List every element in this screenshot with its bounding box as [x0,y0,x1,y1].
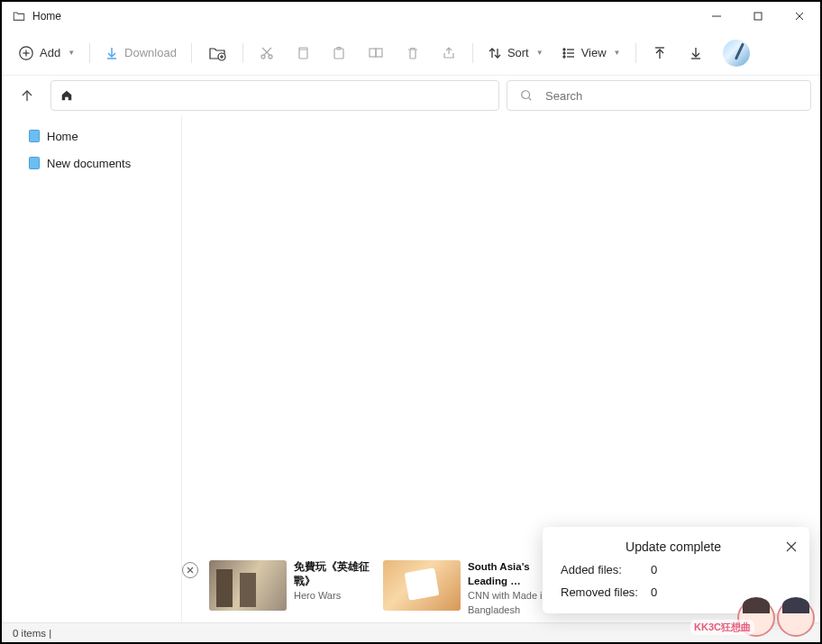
add-button[interactable]: Add ▼ [11,38,82,68]
ad-text: South Asia's Leading … CNN with Made in … [468,560,550,617]
path-box[interactable] [50,80,499,111]
svg-point-25 [563,52,565,54]
svg-rect-37 [30,158,40,169]
separator [635,43,636,63]
copy-button[interactable] [287,38,319,68]
delete-button[interactable] [397,38,429,68]
toast-removed-value: 0 [651,585,657,599]
svg-point-12 [261,55,265,59]
separator [191,43,192,63]
ad-subtitle2: Bangladesh [468,603,550,617]
sidebar: Home New documents [2,115,182,622]
toast-added-label: Added files: [561,563,651,576]
status-text: 0 items | [13,628,51,639]
svg-point-23 [563,49,565,50]
ad-item[interactable]: South Asia's Leading … CNN with Made in … [383,560,550,617]
ad-image [209,560,287,611]
paste-button[interactable] [323,38,355,68]
svg-rect-20 [376,49,382,57]
svg-rect-1 [754,13,762,20]
svg-point-27 [563,56,565,58]
ad-subtitle: Hero Wars [294,589,376,603]
sidebar-item-label: New documents [47,157,131,170]
new-folder-button[interactable] [199,38,235,68]
up-button[interactable] [11,79,43,112]
view-label: View [581,46,607,59]
move-button[interactable] [359,38,393,68]
chevron-down-icon: ▼ [536,49,543,57]
svg-rect-19 [370,49,376,57]
sort-button[interactable]: Sort ▼ [480,38,551,68]
ad-text: 免費玩《英雄征戰》 Hero Wars [294,560,376,611]
file-icon [29,130,40,142]
svg-line-35 [529,98,532,101]
watermark: KK3C狂想曲 [737,599,815,637]
separator [89,43,90,63]
separator [242,43,243,63]
titlebar: Home [2,2,820,31]
svg-rect-17 [334,49,343,59]
sidebar-item-label: Home [47,130,78,143]
nav-row [2,76,820,115]
watermark-text: KK3C狂想曲 [690,620,754,635]
sidebar-item-home[interactable]: Home [2,122,181,150]
search-icon [520,89,533,102]
ad-item[interactable]: 免費玩《英雄征戰》 Hero Wars [209,560,376,611]
search-input[interactable] [545,89,798,103]
close-button[interactable] [779,2,820,31]
toast-removed-label: Removed files: [561,585,651,599]
chevron-down-icon: ▼ [614,49,621,57]
avatar[interactable] [723,40,750,67]
download-arrow-button[interactable] [680,38,712,68]
upload-button[interactable] [644,38,676,68]
toolbar: Add ▼ Download Sort ▼ View ▼ [2,31,820,76]
download-button[interactable]: Download [97,38,184,68]
sidebar-item-new-documents[interactable]: New documents [2,150,181,177]
chevron-down-icon: ▼ [68,49,75,57]
ad-title: 免費玩《英雄征戰》 [294,560,376,588]
search-box[interactable] [507,80,811,111]
add-label: Add [40,46,60,59]
toast-title: Update complete [561,540,786,554]
view-button[interactable]: View ▼ [554,38,628,68]
folder-icon [13,10,25,23]
svg-rect-36 [30,131,40,142]
svg-rect-16 [299,50,307,59]
svg-point-34 [522,91,530,99]
download-label: Download [124,46,177,59]
home-icon [60,89,73,102]
share-button[interactable] [433,38,465,68]
ad-image [383,560,461,611]
toast-added-value: 0 [651,563,657,576]
window-title: Home [32,10,61,23]
separator [472,43,473,63]
svg-point-13 [269,55,272,59]
toast-close-button[interactable] [786,541,797,552]
cut-button[interactable] [251,38,283,68]
ad-subtitle: CNN with Made in [468,589,550,603]
sort-label: Sort [507,46,529,59]
ad-title: South Asia's Leading … [468,560,550,588]
close-ad-button[interactable] [182,562,198,578]
minimize-button[interactable] [696,2,737,31]
maximize-button[interactable] [737,2,779,31]
file-icon [29,157,40,169]
watermark-face [777,599,815,637]
